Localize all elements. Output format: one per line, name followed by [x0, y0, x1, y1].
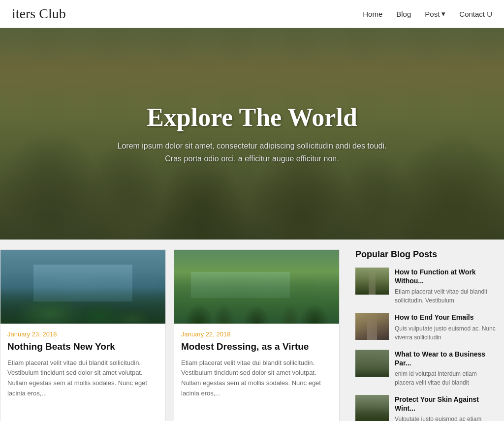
- post-image: [0, 250, 165, 324]
- thumbnail-image: [355, 395, 389, 421]
- popular-post-title[interactable]: Protect Your Skin Against Wint...: [395, 395, 496, 413]
- nav-post[interactable]: Post ▾: [425, 9, 445, 18]
- post-date: January 22, 2018: [181, 331, 332, 338]
- popular-post-thumbnail: [355, 395, 389, 421]
- post-image: [174, 250, 339, 324]
- post-excerpt: Etiam placerat velit vitae dui blandit s…: [7, 358, 158, 399]
- post-card[interactable]: January 23, 2018 Nothing Beats New York …: [0, 249, 166, 421]
- popular-post-excerpt: Quis vulputate justo euismod ac. Nunc vi…: [395, 324, 496, 342]
- popular-post-excerpt: Vulputate justo euismod ac etiam place: [395, 415, 496, 421]
- hero-subtitle: Lorem ipsum dolor sit amet, consectetur …: [118, 140, 387, 165]
- popular-post-excerpt: Etiam placerat velit vitae dui blandit s…: [395, 287, 496, 305]
- popular-post-thumbnail: [355, 350, 389, 377]
- thumbnail-image: [355, 268, 389, 295]
- popular-post-info: Protect Your Skin Against Wint... Vulput…: [395, 395, 496, 421]
- thumbnail-image: [355, 313, 389, 340]
- post-excerpt: Etiam placerat velit vitae dui blandit s…: [181, 358, 332, 399]
- main-nav: Home Blog Post ▾ Contact U: [363, 9, 492, 18]
- blog-posts-grid: January 23, 2018 Nothing Beats New York …: [0, 240, 351, 421]
- site-header: iters Club Home Blog Post ▾ Contact U: [0, 0, 504, 28]
- popular-post-thumbnail: [355, 313, 389, 340]
- post-title[interactable]: Nothing Beats New York: [7, 341, 158, 353]
- post-image-nature1: [0, 250, 165, 324]
- content-area: January 23, 2018 Nothing Beats New York …: [0, 240, 504, 421]
- nav-contact[interactable]: Contact U: [459, 10, 492, 18]
- hero-section: Explore The World Lorem ipsum dolor sit …: [0, 28, 504, 240]
- post-date: January 23, 2018: [7, 331, 158, 338]
- post-image-nature2: [174, 250, 339, 324]
- site-logo[interactable]: iters Club: [12, 6, 66, 22]
- sidebar-title: Popular Blog Posts: [355, 249, 496, 260]
- popular-post-thumbnail: [355, 268, 389, 295]
- popular-post-info: How to Function at Work Withou... Etiam …: [395, 268, 496, 305]
- popular-post-item[interactable]: How to Function at Work Withou... Etiam …: [355, 268, 496, 305]
- hero-title: Explore The World: [118, 103, 387, 132]
- post-meta: January 23, 2018 Nothing Beats New York …: [0, 324, 165, 402]
- popular-post-title[interactable]: What to Wear to a Business Par...: [395, 350, 496, 367]
- popular-post-excerpt: enim id volutpat interdum etiam placera …: [395, 369, 496, 387]
- popular-post-title[interactable]: How to End Your Emails: [395, 313, 496, 322]
- popular-post-title[interactable]: How to Function at Work Withou...: [395, 268, 496, 285]
- popular-post-info: What to Wear to a Business Par... enim i…: [395, 350, 496, 387]
- post-meta: January 22, 2018 Modest Dressing, as a V…: [174, 324, 339, 402]
- post-title[interactable]: Modest Dressing, as a Virtue: [181, 341, 332, 353]
- post-card[interactable]: January 22, 2018 Modest Dressing, as a V…: [174, 249, 340, 421]
- hero-content: Explore The World Lorem ipsum dolor sit …: [108, 103, 397, 165]
- popular-post-item[interactable]: Protect Your Skin Against Wint... Vulput…: [355, 395, 496, 421]
- chevron-down-icon: ▾: [441, 9, 445, 18]
- nav-home[interactable]: Home: [363, 10, 382, 18]
- nav-blog[interactable]: Blog: [396, 10, 411, 18]
- popular-post-info: How to End Your Emails Quis vulputate ju…: [395, 313, 496, 341]
- popular-post-item[interactable]: How to End Your Emails Quis vulputate ju…: [355, 313, 496, 341]
- thumbnail-image: [355, 350, 389, 377]
- popular-post-item[interactable]: What to Wear to a Business Par... enim i…: [355, 350, 496, 387]
- sidebar: Popular Blog Posts How to Function at Wo…: [351, 240, 504, 421]
